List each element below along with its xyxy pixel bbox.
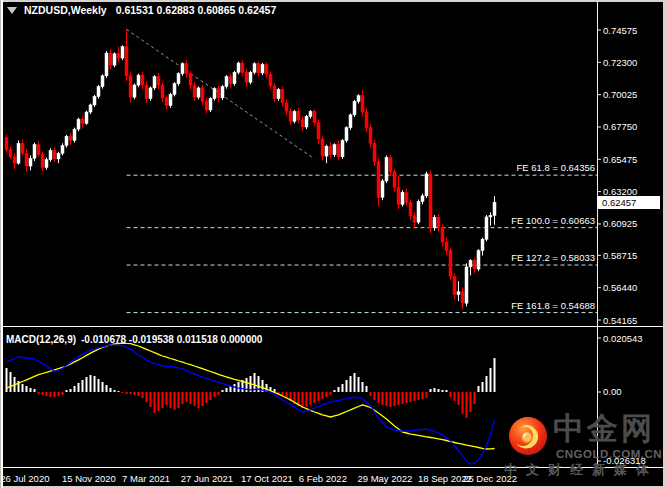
candle-body (45, 160, 48, 168)
candle-body (477, 251, 480, 269)
candle-body (361, 96, 364, 112)
candle-body (461, 292, 464, 303)
time-axis-label: 6 Feb 2022 (299, 473, 347, 484)
candle-body (333, 145, 336, 155)
candle-body (69, 136, 72, 140)
candle-body (253, 64, 256, 73)
candle-body (85, 112, 88, 123)
candle-body (293, 111, 296, 121)
candle-body (205, 101, 208, 110)
candle-body (245, 72, 248, 82)
time-axis-label: 29 May 2022 (357, 473, 412, 484)
candle-body (337, 145, 340, 157)
candle-body (73, 129, 76, 140)
candle-body (285, 103, 288, 112)
candle-body (433, 217, 436, 228)
candle-body (413, 216, 416, 222)
candle-body (165, 98, 168, 106)
candle-body (257, 64, 260, 73)
candle-body (129, 76, 132, 97)
candle-body (81, 119, 84, 123)
candle-body (369, 128, 372, 144)
indicator-pane-splitter[interactable] (3, 326, 663, 327)
candle-body (349, 115, 352, 128)
window-frame-left-highlight (1, 0, 3, 488)
candle-body (481, 239, 484, 250)
candle-body (453, 276, 456, 294)
candle-body (393, 172, 396, 188)
candle-body (485, 217, 488, 239)
candle-body (229, 77, 232, 84)
candle-body (357, 96, 360, 102)
fib-level-label: FE 161.8 = 0.54688 (511, 300, 595, 311)
candle-body (141, 75, 144, 85)
candle-body (305, 116, 308, 127)
candle-body (177, 74, 180, 84)
candle-body (449, 251, 452, 277)
one-click-trading-arrow-icon[interactable] (7, 7, 17, 14)
candle-body (401, 192, 404, 204)
candle-body (209, 99, 212, 110)
price-axis-separator (597, 2, 598, 468)
candle-body (5, 138, 8, 150)
candle-body (21, 143, 24, 153)
symbol-period-label: NZDUSD,Weekly (24, 4, 107, 16)
candle-body (121, 47, 124, 58)
candle-body (225, 77, 228, 87)
price-axis-tick-label: 0.65475 (603, 154, 637, 165)
candle-body (301, 120, 304, 127)
candle-body (373, 143, 376, 161)
candle-body (181, 64, 184, 74)
candle-body (389, 158, 392, 172)
macd-values: -0.010678 -0.019538 0.011518 0.000000 (81, 334, 262, 345)
price-axis-tick-label: 0.58715 (603, 250, 637, 261)
candle-body (277, 89, 280, 98)
candle-body (273, 86, 276, 99)
candle-body (161, 85, 164, 98)
chart-canvas[interactable] (0, 0, 666, 488)
price-axis-tick-label: 0.72300 (603, 57, 637, 68)
macd-name: MACD(12,26,9) (6, 334, 76, 345)
price-axis-tick-label: 0.74575 (603, 25, 637, 36)
time-axis-label: 26 Jul 2020 (0, 473, 49, 484)
candle-body (321, 139, 324, 156)
price-axis-tick-label: 0.60925 (603, 218, 637, 229)
candle-body (281, 89, 284, 102)
candle-body (325, 146, 328, 156)
candle-body (145, 85, 148, 98)
macd-signal-line (7, 343, 495, 449)
candle-body (149, 88, 152, 99)
candle-body (189, 74, 192, 85)
candle-body (445, 242, 448, 251)
macd-main-line (7, 345, 495, 464)
candle-body (9, 150, 12, 157)
candle-body (289, 111, 292, 121)
candle-body (185, 64, 188, 74)
candle-body (17, 143, 20, 163)
candle-body (101, 76, 104, 87)
time-axis-label: 15 Nov 2020 (62, 473, 116, 484)
time-axis-label: 25 Dec 2022 (463, 473, 517, 484)
candle-body (353, 101, 356, 114)
candle-body (33, 145, 36, 158)
candle-body (29, 158, 32, 166)
candle-body (329, 146, 332, 155)
candle-body (57, 153, 60, 159)
candle-body (341, 140, 344, 156)
time-axis-separator (3, 467, 663, 468)
candle-body (313, 111, 316, 122)
candle-body (381, 181, 384, 197)
candle-body (365, 112, 368, 128)
candle-body (233, 72, 236, 83)
candle-body (417, 202, 420, 223)
candle-body (405, 192, 408, 202)
ohlc-values: 0.61531 0.62883 0.60865 0.62457 (116, 4, 277, 16)
candle-body (41, 155, 44, 168)
candle-body (157, 77, 160, 86)
candle-body (13, 157, 16, 163)
candle-body (237, 63, 240, 72)
current-price-tag: 0.62457 (597, 196, 660, 209)
candle-body (441, 227, 444, 242)
candle-body (125, 47, 128, 76)
macd-indicator-label: MACD(12,26,9)-0.010678 -0.019538 0.01151… (6, 334, 262, 345)
